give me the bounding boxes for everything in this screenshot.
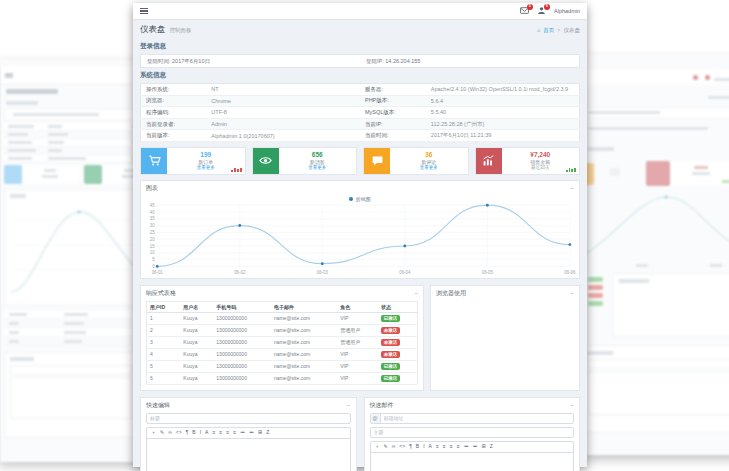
mail-to-input[interactable]	[381, 414, 574, 423]
stat-cards-row: 199新订单查看更多656新访客查看更多36新评论查看更多¥7,240销售金额最…	[140, 147, 580, 175]
column-header: 角色	[337, 301, 378, 312]
toolbar-icon[interactable]: ∞	[392, 444, 396, 449]
table-row: 2Kuuya13000000000name@site.com普通用户未激活	[147, 324, 418, 336]
hamburger-menu-icon[interactable]	[140, 8, 148, 15]
toolbar-icon[interactable]: ⊞	[482, 444, 486, 449]
system-info-row: 操作系统:NT服务器:Apache/2.4.10 (Win32) OpenSSL…	[141, 84, 580, 96]
collapse-icon[interactable]: −	[570, 402, 574, 408]
table-row: 5Kuuya13000000000name@site.comVIP已激活	[147, 360, 418, 372]
toolbar-icon[interactable]: I	[423, 444, 424, 449]
column-header: 用户ID	[147, 301, 181, 312]
table-cell: 13000000000	[213, 360, 271, 372]
toolbar-icon[interactable]: B	[192, 430, 195, 435]
table-cell: 1	[147, 312, 181, 324]
ghost-badge-icon	[705, 75, 710, 80]
svg-text:10: 10	[150, 250, 155, 255]
toolbar-icon[interactable]: ＋	[151, 430, 156, 435]
toolbar-icon[interactable]: B	[416, 444, 419, 449]
svg-text:06-05: 06-05	[482, 270, 494, 275]
top-navbar: 5 9 Alphadmin	[133, 3, 587, 20]
toolbar-icon[interactable]: I	[200, 430, 201, 435]
status-badge: 已激活	[381, 363, 400, 370]
system-info-value: UTF-8	[206, 107, 360, 119]
toolbar-icon[interactable]: ≡	[233, 430, 236, 435]
toolbar-icon[interactable]: ✎	[384, 444, 388, 449]
toolbar-icon[interactable]: ≡	[457, 444, 460, 449]
stat-value: 656	[312, 151, 323, 159]
svg-text:20: 20	[150, 237, 155, 242]
breadcrumb-home[interactable]: 首页	[543, 27, 554, 34]
toolbar-icon[interactable]: ¶	[186, 430, 189, 435]
editor-toolbar: ＋✎∞<>¶BIA≡≡≡≡≔≕⊞Z	[370, 441, 575, 452]
toolbar-icon[interactable]: A	[205, 430, 208, 435]
ghost-side-panel	[612, 273, 729, 337]
table-cell: 13000000000	[213, 324, 271, 336]
system-info-table: 操作系统:NT服务器:Apache/2.4.10 (Win32) OpenSSL…	[140, 83, 580, 142]
table-cell: name@site.com	[271, 360, 337, 372]
page-title: 仪表盘	[140, 24, 166, 36]
at-icon: @	[371, 414, 381, 423]
toolbar-icon[interactable]: ≡	[450, 444, 453, 449]
toolbar-icon[interactable]: ¶	[409, 444, 412, 449]
toolbar-icon[interactable]: <>	[176, 430, 182, 435]
toolbar-icon[interactable]: ∞	[168, 430, 172, 435]
toolbar-icon[interactable]: ≔	[464, 444, 469, 449]
status-cell: 未激活	[378, 348, 417, 360]
stat-card-3: 36新评论查看更多	[363, 147, 469, 175]
user-notifications-icon[interactable]: 9	[537, 6, 547, 16]
toolbar-icon[interactable]: ≕	[249, 430, 254, 435]
table-cell: 普通用户	[337, 336, 378, 348]
collapse-icon[interactable]: −	[570, 185, 574, 191]
status-cell: 已激活	[378, 360, 417, 372]
editor-area[interactable]	[370, 452, 575, 471]
system-info-row: 浏览器:ChromePHP版本:5.6.4	[141, 95, 580, 107]
login-info-title: 登录信息	[140, 42, 580, 51]
sparkline	[566, 168, 576, 172]
stat-link[interactable]: 查看更多	[197, 165, 215, 170]
table-panel-title: 响应式表格	[146, 289, 176, 298]
messages-icon[interactable]: 5	[520, 6, 530, 16]
line-chart: 05101520253035404506-0106-0206-0306-0406…	[141, 202, 579, 278]
table-row: 6Kuuya13000000000name@site.comVIP已激活	[147, 372, 418, 384]
toolbar-icon[interactable]: ≕	[473, 444, 478, 449]
toolbar-icon[interactable]: ≡	[443, 444, 446, 449]
svg-text:40: 40	[150, 210, 155, 215]
stat-link[interactable]: 查看更多	[420, 165, 438, 170]
home-icon[interactable]: ⌂	[537, 27, 540, 33]
toolbar-icon[interactable]: ≡	[219, 430, 222, 435]
toolbar-icon[interactable]: Z	[266, 430, 269, 435]
post-title-input[interactable]	[147, 414, 350, 423]
toolbar-icon[interactable]: ✎	[160, 430, 164, 435]
stat-card-2: 656新访客查看更多	[252, 147, 358, 175]
svg-text:15: 15	[150, 244, 155, 249]
collapse-icon[interactable]: −	[570, 290, 574, 296]
toolbar-icon[interactable]: <>	[399, 444, 405, 449]
toolbar-icon[interactable]: ≡	[212, 430, 215, 435]
stat-link[interactable]: 最近30天	[531, 165, 550, 170]
system-info-row: 当前登录者:Admin当前IP:112.25.28.28 (广州市)	[141, 118, 580, 130]
status-badge: 未激活	[381, 339, 400, 346]
ghost-chart-curve	[580, 190, 729, 270]
svg-text:06-03: 06-03	[317, 270, 329, 275]
mail-subject-input[interactable]	[371, 428, 574, 437]
table-cell: Kuuya	[180, 372, 213, 384]
table-cell: Kuuya	[180, 324, 213, 336]
stat-link[interactable]: 查看更多	[308, 165, 326, 170]
system-info-label: 服务器:	[360, 84, 426, 96]
toolbar-icon[interactable]: ＋	[375, 444, 380, 449]
toolbar-icon[interactable]: ≡	[436, 444, 439, 449]
toolbar-icon[interactable]: ≔	[240, 430, 245, 435]
eye-icon	[253, 148, 279, 174]
collapse-icon[interactable]: −	[414, 290, 418, 296]
collapse-icon[interactable]: −	[347, 402, 351, 408]
editor-area[interactable]	[146, 438, 351, 471]
toolbar-icon[interactable]: ≡	[226, 430, 229, 435]
user-name[interactable]: Alphadmin	[554, 8, 580, 14]
system-info-label: 浏览器:	[141, 95, 207, 107]
toolbar-icon[interactable]: ⊞	[258, 430, 262, 435]
system-info-row: 程序编码:UTF-8MySQL版本:5.5.40	[141, 107, 580, 119]
toolbar-icon[interactable]: Z	[490, 444, 493, 449]
toolbar-icon[interactable]: A	[429, 444, 432, 449]
system-info-row: 当前版本:Alphadmin 1.0(20170607)当前时间:2017年6月…	[141, 130, 580, 142]
table-cell: 13000000000	[213, 348, 271, 360]
